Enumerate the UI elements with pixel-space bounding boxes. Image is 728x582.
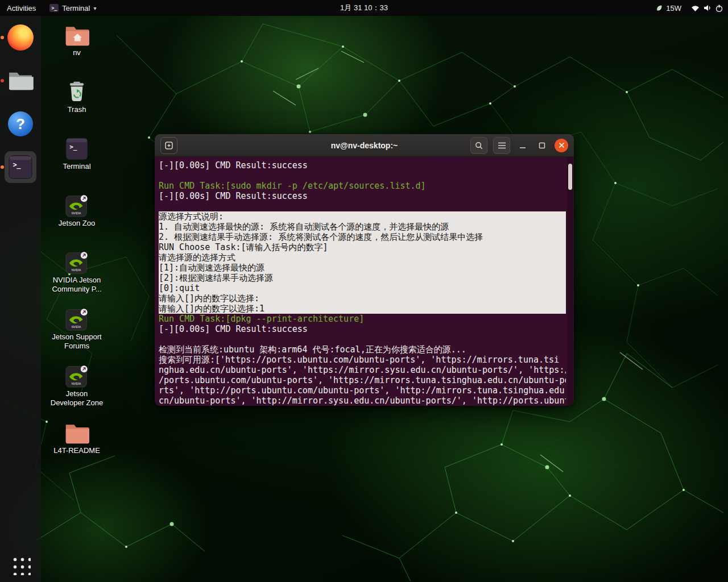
- search-button[interactable]: [470, 137, 487, 154]
- close-button[interactable]: [555, 139, 568, 152]
- terminal-line: [-][0.00s] CMD Result:success: [159, 191, 566, 201]
- desktop-icon-label: nv: [48, 48, 105, 57]
- svg-text:NVIDIA: NVIDIA: [72, 382, 81, 385]
- search-icon: [474, 141, 483, 150]
- activities-button[interactable]: Activities: [0, 0, 43, 16]
- minimize-button[interactable]: [516, 139, 530, 152]
- terminal-line: [-][0.00s] CMD Result:success: [159, 160, 566, 171]
- terminal-line: 源选择方式说明:: [159, 211, 566, 222]
- desktop-icon-trash[interactable]: Trash: [48, 77, 105, 114]
- terminal-line: rts', 'http://ports.ubuntu.com/ubuntu-po…: [159, 385, 566, 396]
- menu-button[interactable]: [493, 137, 510, 154]
- dock-item-terminal[interactable]: >_: [5, 151, 36, 183]
- firefox-icon: [7, 24, 34, 51]
- running-indicator: [1, 36, 4, 39]
- terminal-line: [2]:根据测速结果手动选择源: [159, 273, 566, 283]
- terminal-icon: >_: [48, 134, 105, 160]
- terminal-output: [-][0.00s] CMD Result:success Run CMD Ta…: [159, 160, 566, 406]
- clock[interactable]: 1月 31 10：33: [340, 0, 388, 16]
- svg-text:>_: >_: [13, 161, 21, 169]
- power-mode-indicator[interactable]: 15W: [651, 0, 686, 16]
- terminal-line: /ports.ubuntu.com/ubuntu-ports', 'https:…: [159, 375, 566, 385]
- terminal-line: 搜索到可用源:['https://ports.ubuntu.com/ubuntu…: [159, 355, 566, 365]
- desktop-icon-label: Jetson Developer Zone: [48, 389, 105, 408]
- trash-icon: [48, 77, 105, 103]
- folder-home-icon: [48, 20, 105, 47]
- terminal-line: [159, 334, 566, 344]
- close-icon: [559, 142, 565, 148]
- terminal-window: nv@nv-desktop:~: [155, 134, 574, 406]
- desktop-icon-jetson-support-forums[interactable]: NVIDIAJetson Support Forums: [48, 305, 105, 351]
- desktop-icon-label: Jetson Support Forums: [48, 332, 105, 351]
- new-tab-button[interactable]: [160, 137, 177, 154]
- help-icon: ?: [8, 111, 33, 136]
- running-indicator: [1, 165, 4, 169]
- terminal-line: 1. 自动测速选择最快的源: 系统将自动测试各个源的速度，并选择最快的源: [159, 222, 566, 232]
- show-applications-button[interactable]: [10, 555, 31, 575]
- maximize-button[interactable]: [535, 139, 549, 152]
- folder-icon: [48, 418, 105, 444]
- nvidia-link-icon: NVIDIA: [48, 248, 105, 274]
- new-tab-icon: [164, 141, 173, 150]
- dock-item-help[interactable]: ?: [5, 108, 36, 140]
- dock-item-firefox[interactable]: [5, 22, 36, 53]
- scrollbar[interactable]: [567, 157, 573, 406]
- desktop-icon-label: L4T-README: [48, 446, 105, 455]
- app-menu[interactable]: >_ Terminal ▾: [43, 0, 103, 16]
- terminal-line: [159, 201, 566, 211]
- leaf-icon: [655, 4, 663, 12]
- desktop-icon-label: NVIDIA Jetson Community P...: [48, 276, 105, 294]
- nvidia-link-icon: NVIDIA: [48, 191, 105, 217]
- terminal-line: [159, 171, 566, 181]
- desktop-icon-nv[interactable]: nv: [48, 20, 105, 57]
- terminal-line: nghua.edu.cn/ubuntu-ports', 'https://mir…: [159, 365, 566, 375]
- desktop-icon-label: Jetson Zoo: [48, 219, 105, 228]
- dock-item-files[interactable]: [5, 65, 36, 97]
- wifi-icon: [690, 4, 700, 12]
- desktop-icon-terminal[interactable]: >_Terminal: [48, 134, 105, 171]
- terminal-line: [-][0.00s] CMD Result:success: [159, 324, 566, 334]
- nvidia-link-icon: NVIDIA: [48, 305, 105, 331]
- files-icon: [7, 70, 34, 92]
- power-mode-label: 15W: [666, 4, 681, 13]
- scrollbar-thumb[interactable]: [568, 164, 572, 190]
- desktop-icon-jetson-developer-zone[interactable]: NVIDIAJetson Developer Zone: [48, 361, 105, 408]
- desktop-icon-l4t-readme[interactable]: L4T-README: [48, 418, 105, 455]
- terminal-line: 请输入[]内的数字以选择:1: [159, 304, 566, 314]
- top-bar: Activities >_ Terminal ▾ 1月 31 10：33 15W: [0, 0, 728, 16]
- terminal-line: 请输入[]内的数字以选择:: [159, 293, 566, 304]
- terminal-line: 检测到当前系统:ubuntu 架构:arm64 代号:focal,正在为你搜索适…: [159, 344, 566, 355]
- terminal-app-icon: >_: [49, 4, 59, 12]
- minimize-icon: [519, 142, 526, 149]
- terminal-line: Run CMD Task:[sudo mkdir -p /etc/apt/sou…: [159, 181, 566, 191]
- desktop-icon-nvidia-jetson-community[interactable]: NVIDIANVIDIA Jetson Community P...: [48, 248, 105, 294]
- svg-text:NVIDIA: NVIDIA: [72, 325, 81, 329]
- titlebar[interactable]: nv@nv-desktop:~: [155, 134, 574, 157]
- maximize-icon: [539, 142, 545, 149]
- terminal-line: RUN Choose Task:[请输入括号内的数字]: [159, 242, 566, 252]
- svg-text:NVIDIA: NVIDIA: [72, 268, 81, 272]
- terminal-line: Run CMD Task:[dpkg --print-architecture]: [159, 314, 566, 324]
- terminal-line: [0]:quit: [159, 283, 566, 293]
- desktop-icon-label: Trash: [48, 105, 105, 114]
- terminal-line: 2. 根据测速结果手动选择源: 系统将测试各个源的速度，然后让您从测试结果中选择: [159, 232, 566, 242]
- terminal-content[interactable]: [-][0.00s] CMD Result:success Run CMD Ta…: [155, 157, 574, 406]
- terminal-line: cn/ubuntu-ports', 'http://mirror.sysu.ed…: [159, 396, 566, 406]
- terminal-line: 请选择源的选择方式: [159, 252, 566, 263]
- desktop-icons: nvTrash>_TerminalNVIDIAJetson ZooNVIDIAN…: [48, 16, 105, 582]
- svg-text:NVIDIA: NVIDIA: [72, 211, 81, 215]
- terminal-icon: >_: [9, 155, 32, 179]
- terminal-line: [1]:自动测速选择最快的源: [159, 263, 566, 273]
- nvidia-link-icon: NVIDIA: [48, 361, 105, 388]
- volume-icon: [703, 4, 712, 12]
- desktop-icon-jetson-zoo[interactable]: NVIDIAJetson Zoo: [48, 191, 105, 228]
- running-indicator: [1, 79, 4, 82]
- dock: ? >_: [0, 16, 41, 582]
- app-menu-label: Terminal: [62, 4, 90, 13]
- power-icon: [715, 4, 723, 13]
- system-status-area[interactable]: [686, 0, 728, 16]
- hamburger-icon: [498, 142, 506, 149]
- desktop-icon-label: Terminal: [48, 162, 105, 171]
- svg-text:>_: >_: [69, 143, 77, 151]
- chevron-down-icon: ▾: [93, 5, 96, 11]
